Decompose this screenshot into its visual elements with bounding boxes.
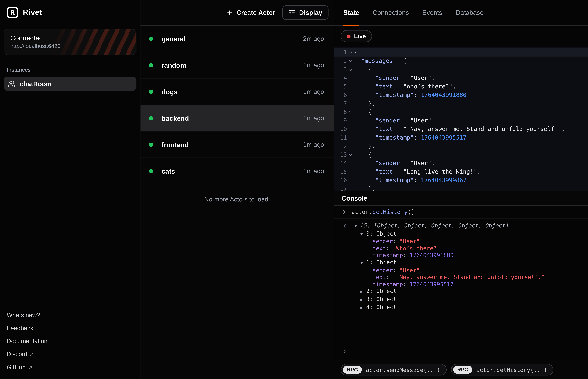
actor-last-updated: 1m ago bbox=[303, 88, 324, 95]
rpc-chip-actor-gethistory[interactable]: RPC actor.getHistory(...) bbox=[451, 364, 554, 376]
tab-events[interactable]: Events bbox=[422, 0, 442, 25]
editor-line[interactable]: 14 "sender": "User", bbox=[334, 159, 588, 167]
tab-database[interactable]: Database bbox=[456, 0, 484, 25]
actor-last-updated: 1m ago bbox=[303, 141, 324, 148]
tab-state[interactable]: State bbox=[343, 0, 359, 25]
actor-rows: general 2m ago random 1m ago dogs 1m ago… bbox=[141, 26, 334, 184]
footer-link-discord[interactable]: Discord↗ bbox=[0, 348, 140, 361]
tab-connections[interactable]: Connections bbox=[373, 0, 409, 25]
instances-list: chatRoom bbox=[0, 77, 140, 91]
actor-row-dogs[interactable]: dogs 1m ago bbox=[141, 79, 334, 105]
actor-row-cats[interactable]: cats 1m ago bbox=[141, 158, 334, 184]
editor-line[interactable]: 7 }, bbox=[334, 99, 588, 108]
console-entry-3[interactable]: ▶3: Object bbox=[360, 296, 588, 303]
command-suffix: () bbox=[408, 209, 415, 215]
code-text: "text": " Nay, answer me. Stand and unfo… bbox=[354, 125, 565, 133]
actor-list-end-message: No more Actors to load. bbox=[141, 184, 334, 214]
console-entry-2[interactable]: ▶2: Object bbox=[360, 288, 588, 296]
code-text: "text": "Who’s there?", bbox=[354, 82, 456, 91]
console-title: Console bbox=[342, 194, 367, 202]
create-actor-button[interactable]: Create Actor bbox=[222, 5, 280, 20]
line-number: 4 bbox=[334, 74, 347, 82]
code-text: "sender": "User", bbox=[354, 159, 435, 167]
disclosure-expanded-icon[interactable]: ▼ bbox=[355, 223, 360, 230]
actor-row-backend[interactable]: backend 1m ago bbox=[141, 105, 334, 131]
console-result-summary[interactable]: ▼(5) [Object, Object, Object, Object, Ob… bbox=[355, 222, 588, 230]
actor-name: dogs bbox=[161, 88, 178, 95]
line-number: 16 bbox=[334, 176, 347, 184]
editor-line[interactable]: 12 }, bbox=[334, 142, 588, 150]
connection-stripes-decoration bbox=[50, 29, 136, 55]
editor-line[interactable]: 8 { bbox=[334, 108, 588, 116]
console-entry-1[interactable]: ▼1: Object bbox=[360, 259, 588, 267]
sidebar-footer: Whats new? Feedback Documentation Discor… bbox=[0, 304, 140, 379]
console-body: actor.getHistory() ▼(5) [Object, Object,… bbox=[334, 206, 588, 360]
actor-last-updated: 1m ago bbox=[303, 114, 324, 122]
brand: R Rivet bbox=[0, 0, 140, 25]
fold-chevron-icon[interactable] bbox=[347, 154, 354, 155]
disclosure-collapsed-icon[interactable]: ▶ bbox=[360, 304, 366, 311]
connection-card: Connected http://localhost:6420 bbox=[4, 29, 137, 55]
state-json-editor[interactable]: 1 { 2 "messages": [ 3 { 4 "sender": "Use… bbox=[334, 47, 588, 191]
editor-line[interactable]: 16 "timestamp": 1764043999867 bbox=[334, 176, 588, 184]
rpc-bar: RPC actor.sendMessage(...) RPC actor.get… bbox=[334, 360, 588, 379]
create-actor-label: Create Actor bbox=[237, 9, 275, 16]
editor-toolbar: Live bbox=[334, 26, 588, 47]
console-input-row[interactable] bbox=[334, 344, 588, 360]
disclosure-collapsed-icon[interactable]: ▶ bbox=[360, 289, 366, 296]
console-result-tree: ▼(5) [Object, Object, Object, Object, Ob… bbox=[341, 222, 588, 311]
console-entry-0[interactable]: ▼0: Object bbox=[360, 230, 588, 238]
line-number: 2 bbox=[334, 57, 347, 65]
console-prop-text: text: " Nay, answer me. Stand and unfold… bbox=[373, 274, 588, 281]
fold-chevron-icon[interactable] bbox=[347, 69, 354, 70]
footer-link-documentation[interactable]: Documentation bbox=[0, 335, 140, 348]
disclosure-expanded-icon[interactable]: ▼ bbox=[360, 231, 366, 238]
external-link-icon: ↗ bbox=[28, 364, 32, 370]
editor-line[interactable]: 2 "messages": [ bbox=[334, 57, 588, 65]
line-number: 3 bbox=[334, 65, 347, 74]
editor-line[interactable]: 10 "text": " Nay, answer me. Stand and u… bbox=[334, 125, 588, 133]
editor-line[interactable]: 15 "text": "Long live the King!", bbox=[334, 167, 588, 176]
disclosure-expanded-icon[interactable]: ▼ bbox=[360, 260, 366, 267]
editor-line[interactable]: 11 "timestamp": 1764043995517 bbox=[334, 133, 588, 142]
editor-line[interactable]: 5 "text": "Who’s there?", bbox=[334, 82, 588, 91]
actor-list-panel: Create Actor Display general 2m ago rand… bbox=[141, 0, 334, 379]
footer-link-github[interactable]: GitHub↗ bbox=[0, 361, 140, 374]
instance-item-chatroom[interactable]: chatRoom bbox=[4, 77, 137, 91]
console-entry-4[interactable]: ▶4: Object bbox=[360, 303, 588, 311]
editor-line[interactable]: 17 }, bbox=[334, 184, 588, 190]
editor-line[interactable]: 1 { bbox=[334, 48, 588, 57]
inspector-tabs-bar: State Connections Events Database Runnin… bbox=[334, 0, 588, 26]
fold-chevron-icon[interactable] bbox=[347, 52, 354, 53]
editor-line[interactable]: 4 "sender": "User", bbox=[334, 74, 588, 82]
disclosure-collapsed-icon[interactable]: ▶ bbox=[360, 297, 366, 303]
editor-lines: 1 { 2 "messages": [ 3 { 4 "sender": "Use… bbox=[334, 48, 588, 191]
users-icon bbox=[8, 80, 15, 87]
actor-list-header: Create Actor Display bbox=[141, 0, 334, 26]
actor-row-frontend[interactable]: frontend 1m ago bbox=[141, 131, 334, 158]
footer-link-whats-new[interactable]: Whats new? bbox=[0, 309, 140, 322]
code-text: { bbox=[354, 108, 372, 116]
actor-name: cats bbox=[161, 167, 175, 175]
command-method: getHistory bbox=[372, 209, 408, 215]
console-result-block: ▼(5) [Object, Object, Object, Object, Ob… bbox=[334, 219, 588, 316]
console-command-row: actor.getHistory() bbox=[334, 206, 588, 219]
tabs: State Connections Events Database bbox=[343, 0, 497, 25]
display-button[interactable]: Display bbox=[283, 5, 329, 20]
actor-row-general[interactable]: general 2m ago bbox=[141, 26, 334, 52]
editor-line[interactable]: 6 "timestamp": 1764043991880 bbox=[334, 91, 588, 99]
fold-chevron-icon[interactable] bbox=[347, 111, 354, 112]
line-number: 17 bbox=[334, 184, 347, 190]
console-prop-timestamp: timestamp: 1764043995517 bbox=[373, 281, 588, 288]
actor-row-random[interactable]: random 1m ago bbox=[141, 52, 334, 79]
fold-chevron-icon[interactable] bbox=[347, 60, 354, 61]
line-number: 9 bbox=[334, 116, 347, 125]
line-number: 1 bbox=[334, 48, 347, 57]
footer-link-label: Discord bbox=[7, 351, 27, 358]
editor-line[interactable]: 13 { bbox=[334, 150, 588, 159]
rpc-chip-actor-sendmessage[interactable]: RPC actor.sendMessage(...) bbox=[341, 364, 446, 376]
editor-line[interactable]: 3 { bbox=[334, 65, 588, 74]
live-badge[interactable]: Live bbox=[341, 30, 372, 42]
footer-link-feedback[interactable]: Feedback bbox=[0, 322, 140, 335]
editor-line[interactable]: 9 "sender": "User", bbox=[334, 116, 588, 125]
